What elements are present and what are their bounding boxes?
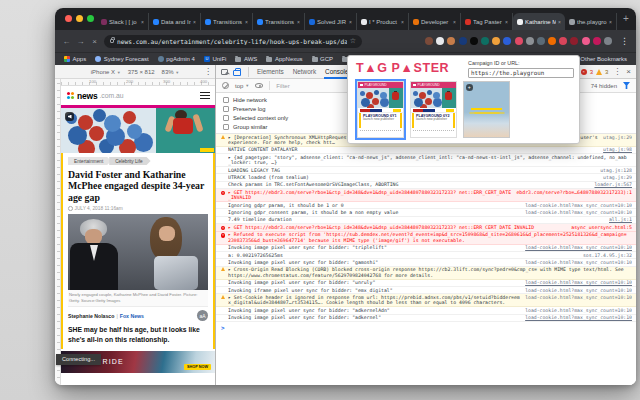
checkbox[interactable] <box>223 97 229 103</box>
stop-reload-button[interactable]: × <box>90 37 99 46</box>
console-filter-input[interactable]: Filter <box>276 83 289 89</box>
extension-icon[interactable] <box>604 37 612 45</box>
extension-icon[interactable] <box>459 37 467 45</box>
breadcrumb-item[interactable]: Celebrity Life <box>109 157 150 165</box>
browser-tab[interactable]: Tag Paster × <box>461 13 513 30</box>
device-selector[interactable]: iPhone X ▼ <box>91 69 121 75</box>
forward-button[interactable]: → <box>76 37 85 46</box>
tab-close-icon[interactable]: × <box>505 19 508 25</box>
extension-icon[interactable] <box>548 37 556 45</box>
console-source-link[interactable]: utag.js:98 <box>603 147 632 152</box>
bookmark-item[interactable]: AWS <box>235 56 257 62</box>
console-prompt[interactable]: > <box>216 322 636 333</box>
console-source-link[interactable]: utag.js:128 <box>600 168 632 173</box>
console-row[interactable]: Invoking image pixel user sync for bidde… <box>216 259 636 266</box>
console-row[interactable]: a: 0.002197265625ms sos.17.4.95.js:32 <box>216 252 636 259</box>
tab-close-icon[interactable]: × <box>297 19 300 25</box>
browser-tab[interactable]: Transitions × <box>201 13 253 30</box>
console-source-link[interactable]: load-cookie.html?max_sync_count=10:10 <box>525 280 632 285</box>
campaign-url-input[interactable]: https://the.playgroun <box>468 68 574 78</box>
console-row[interactable]: UTRACK loaded (from tealium) utag.js:29 <box>216 174 636 181</box>
console-source-link[interactable]: async_usersync.html:5 <box>571 225 632 230</box>
devtools-close-icon[interactable]: × <box>626 67 631 76</box>
console-row[interactable]: ▸ Cross-Origin Read Blocking (CORB) bloc… <box>216 267 636 280</box>
console-row[interactable]: NATIVE CONTENT DATALAYER utag.js:98 <box>216 147 636 154</box>
extension-icon[interactable] <box>470 37 478 45</box>
browser-tab[interactable]: Developer × <box>409 13 461 30</box>
ad-cta-button[interactable]: SHOP NOW <box>184 364 211 370</box>
console-row[interactable]: Ignoring gdpr param, it should be 1 or 0… <box>216 202 636 209</box>
browser-tab[interactable]: Katharine M × <box>513 13 565 30</box>
site-brand[interactable]: news <box>77 91 97 101</box>
campaign-thumbnail[interactable]: PLAYGROUND PLAYGROUND 6Y1 launch new pub… <box>357 81 404 138</box>
browser-menu-icon[interactable]: ⋮ <box>620 36 629 46</box>
browser-tab[interactable]: the.playgro × <box>565 13 617 30</box>
console-source-link[interactable]: ebdr3.com/serve?rbo=…6480788032317233):1 <box>516 190 632 195</box>
extension-icon[interactable] <box>526 37 534 45</box>
console-row[interactable]: ▸ {ad_pagetype: "story", adsense_client:… <box>216 154 636 167</box>
top-ad-banner[interactable] <box>61 108 215 153</box>
byline-outlet-link[interactable]: Fox News <box>120 313 144 319</box>
context-selector[interactable]: top ▼ <box>235 83 249 89</box>
inspect-element-icon[interactable] <box>221 69 228 75</box>
font-size-toggle[interactable]: aA <box>197 310 208 321</box>
console-source-link[interactable]: load-cookie.html?max_sync_count=10:10 <box>525 245 632 250</box>
console-source-link[interactable]: load-cookie.html?max_sync_count=10:10 <box>525 308 632 313</box>
bookmark-item[interactable]: UniFi <box>204 56 227 62</box>
console-source-link[interactable]: load-cookie.html?max_sync_count=10:10 <box>525 210 632 215</box>
console-row[interactable]: 7.49 timeline duration all.js:1 <box>216 217 636 224</box>
ad-choices-chip[interactable] <box>200 148 214 152</box>
breadcrumb-item[interactable]: Entertainment <box>68 157 111 165</box>
new-tab-button[interactable]: + <box>623 14 629 24</box>
console-row[interactable]: Invoking image pixel user sync for bidde… <box>216 245 636 252</box>
console-row[interactable]: LOADING LEGACY TAG utag.js:128 <box>216 167 636 174</box>
campaign-thumbnail[interactable]: + <box>463 81 510 138</box>
device-zoom-selector[interactable]: 83% ▼ <box>162 69 180 75</box>
device-toolbar-menu-icon[interactable]: ⋮ <box>204 67 212 76</box>
devtools-tab[interactable]: Network <box>292 65 317 79</box>
tab-close-icon[interactable]: × <box>558 19 561 25</box>
console-source-link[interactable]: all.js:1 <box>609 217 632 222</box>
devtools-menu-icon[interactable]: ⋮ <box>613 67 621 76</box>
extension-icon[interactable] <box>582 37 590 45</box>
extension-icon[interactable] <box>447 37 455 45</box>
bookmark-star-icon[interactable]: ☆ <box>350 37 356 45</box>
extension-icon[interactable] <box>481 37 489 45</box>
address-bar[interactable]: news.com.au/entertainment/celebrity-life… <box>104 35 362 48</box>
back-button[interactable]: ← <box>62 37 71 46</box>
tab-close-icon[interactable]: × <box>193 19 196 25</box>
extension-icon[interactable] <box>503 37 511 45</box>
url-text[interactable]: news.com.au/entertainment/celebrity-life… <box>117 38 347 45</box>
extension-icon[interactable] <box>537 37 545 45</box>
bookmark-item[interactable]: pgAdmin 4 <box>158 56 195 62</box>
console-row[interactable]: ▸ Refused to execute script from 'https:… <box>216 232 636 245</box>
device-dimensions[interactable]: 375 × 812 <box>128 69 155 75</box>
tab-close-icon[interactable]: × <box>141 19 144 25</box>
console-row[interactable]: ▸ GET https://ebdr3.com/serve?rbo=1&ctp_… <box>216 189 636 202</box>
checkbox[interactable] <box>223 115 229 121</box>
tab-close-icon[interactable]: × <box>349 19 352 25</box>
hidden-messages-count[interactable]: 74 hidden <box>591 83 617 89</box>
extension-icon[interactable] <box>436 37 444 45</box>
maximize-window-button[interactable] <box>87 15 94 22</box>
browser-tab[interactable]: Slack | [ jo × <box>97 13 149 30</box>
campaign-thumbnail[interactable]: PLAYGROUND PLAYGROUND 6Y2 launch new pub… <box>410 81 457 138</box>
extension-icon[interactable] <box>515 37 523 45</box>
clear-console-icon[interactable] <box>222 82 229 89</box>
console-row[interactable]: Invoking image pixel user sync for bidde… <box>216 315 636 322</box>
browser-tab[interactable]: I * Product × <box>357 13 409 30</box>
minimize-window-button[interactable] <box>76 15 83 22</box>
console-source-link[interactable]: load-cookie.html?max_sync_count=10:10 <box>525 315 632 320</box>
devtools-tab[interactable]: Elements <box>256 65 285 79</box>
browser-tab[interactable]: Solved JIR × <box>305 13 357 30</box>
mute-icon[interactable] <box>65 112 74 121</box>
extension-icon[interactable] <box>570 37 578 45</box>
tab-close-icon[interactable]: × <box>245 19 248 25</box>
console-row[interactable]: ▸ Set-Cookie header is ignored in respon… <box>216 294 636 307</box>
expand-icon[interactable]: + <box>466 84 473 91</box>
bookmark-item[interactable]: Apps <box>64 56 86 62</box>
bookmark-item[interactable]: AppNexus <box>266 56 302 62</box>
extension-icon[interactable] <box>559 37 567 45</box>
extension-icon[interactable] <box>492 37 500 45</box>
checkbox[interactable] <box>223 124 229 130</box>
